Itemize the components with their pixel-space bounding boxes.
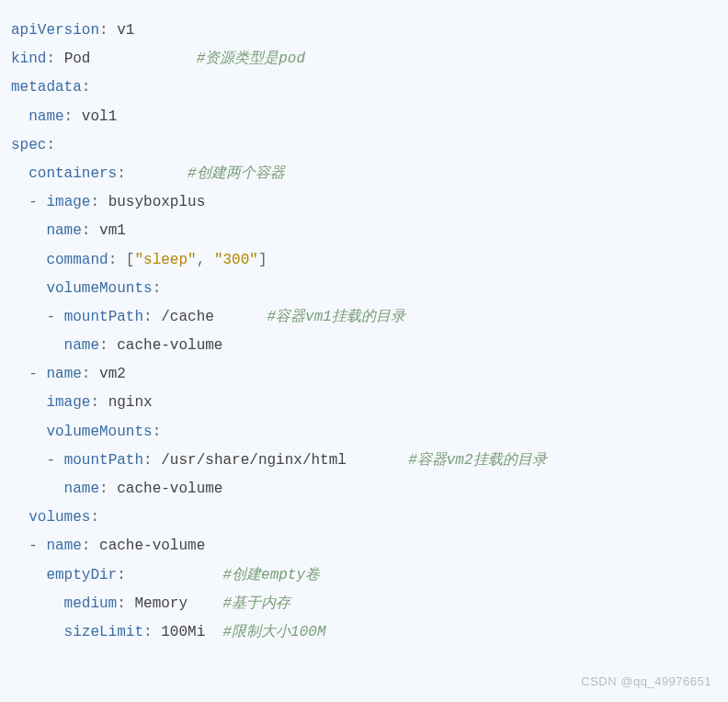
val-kind: Pod — [64, 51, 91, 67]
key-containers: containers — [28, 165, 117, 182]
key-kind: kind — [11, 51, 46, 67]
comment-size: #限制大小100M — [222, 624, 325, 640]
key-c1-mountpath: mountPath — [64, 309, 143, 325]
key-c1-name: name — [46, 222, 81, 239]
val-c2-name: vm2 — [99, 366, 126, 382]
val-c1-mountpath: /cache — [161, 309, 214, 325]
val-vol-size: 100Mi — [161, 624, 205, 640]
key-c1-image: image — [46, 194, 90, 210]
key-vol-name: name — [46, 538, 81, 554]
key-spec: spec — [11, 137, 46, 153]
code-block: apiVersion: v1 kind: Pod #资源类型是pod metad… — [0, 0, 728, 663]
key-vol-emptydir: emptyDir — [46, 567, 117, 583]
key-c2-image: image — [46, 394, 90, 411]
val-c1-cmd0: "sleep" — [134, 252, 196, 268]
key-volumes: volumes — [28, 509, 90, 526]
val-vol-name: cache-volume — [99, 538, 205, 554]
comment-medium: #基于内存 — [222, 595, 290, 612]
key-metadata: metadata — [11, 79, 82, 96]
watermark: CSDN @qq_49976651 — [581, 670, 711, 693]
val-c2-image: nginx — [108, 394, 153, 411]
comment-c2-mount: #容器vm2挂载的目录 — [408, 452, 546, 469]
key-vol-medium: medium — [64, 595, 118, 612]
val-c1-mountname: cache-volume — [117, 337, 222, 354]
key-c1-mountname: name — [64, 337, 99, 354]
comment-c1-mount: #容器vm1挂载的目录 — [267, 309, 404, 325]
key-c2-vm: volumeMounts — [46, 424, 152, 440]
key-c1-command: command — [46, 252, 108, 268]
val-metadata-name: vol1 — [82, 108, 117, 125]
key-apiversion: apiVersion — [11, 22, 99, 39]
comment-emptydir: #创建empty卷 — [222, 567, 320, 583]
key-c2-mountpath: mountPath — [64, 452, 143, 469]
key-metadata-name: name — [28, 108, 63, 125]
key-c2-mountname: name — [64, 481, 99, 497]
key-vol-size: sizeLimit — [64, 624, 143, 640]
val-c1-name: vm1 — [99, 222, 126, 239]
key-c1-vm: volumeMounts — [46, 280, 152, 297]
val-c2-mountpath: /usr/share/nginx/html — [161, 452, 347, 469]
val-c2-mountname: cache-volume — [117, 481, 222, 497]
comment-containers: #创建两个容器 — [188, 165, 285, 182]
comment-kind: #资源类型是pod — [197, 51, 305, 67]
val-apiversion: v1 — [117, 22, 134, 39]
val-c1-image: busyboxplus — [108, 194, 206, 210]
val-c1-cmd1: "300" — [214, 252, 258, 268]
val-vol-medium: Memory — [134, 595, 188, 612]
key-c2-name: name — [46, 366, 81, 382]
